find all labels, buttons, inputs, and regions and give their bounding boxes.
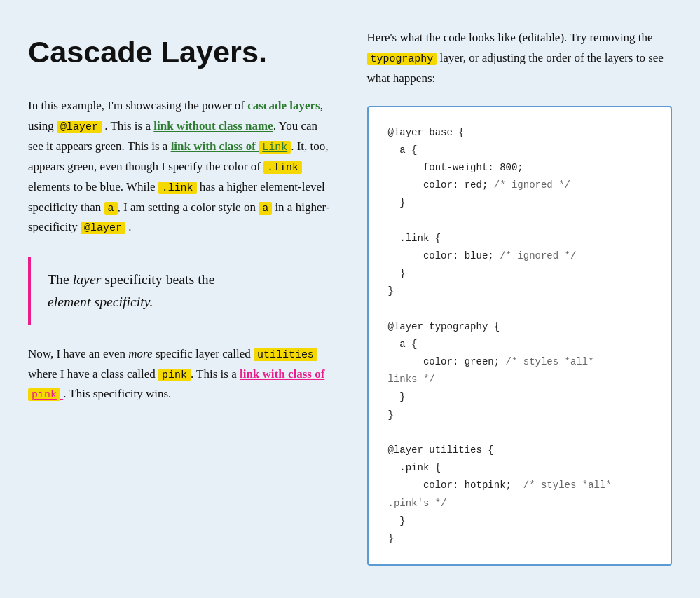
at-layer-badge-1: @layer xyxy=(57,121,102,133)
more-em: more xyxy=(128,347,152,360)
a-badge-1: a xyxy=(104,202,118,215)
code-editor[interactable]: @layer base { a { font-weight: 800; colo… xyxy=(367,106,673,566)
at-layer-badge-2: @layer xyxy=(81,222,125,234)
blockquote-em1: layer xyxy=(73,271,102,287)
page-layout: Cascade Layers. In this example, I'm sho… xyxy=(28,28,672,566)
typography-badge: typography xyxy=(367,53,437,65)
dot-link-badge-2: .link xyxy=(158,182,197,194)
blockquote-em2: element specificity. xyxy=(48,294,153,309)
page-title: Cascade Layers. xyxy=(28,28,334,76)
code-line-layer-base: @layer base { a { font-weight: 800; colo… xyxy=(388,127,612,544)
right-intro-text: Here's what the code looks like (editabl… xyxy=(367,28,673,89)
pink-badge: pink xyxy=(158,369,191,381)
right-column: Here's what the code looks like (editabl… xyxy=(367,28,673,566)
bottom-paragraph: Now, I have an even more specific layer … xyxy=(28,344,334,405)
blockquote-text: The layer specificity beats the element … xyxy=(48,269,317,313)
link-without-class[interactable]: link without class name xyxy=(153,119,273,132)
pink-link-badge: pink xyxy=(28,388,60,401)
link-badge: Link xyxy=(259,141,291,154)
left-column: Cascade Layers. In this example, I'm sho… xyxy=(28,28,334,566)
link-with-class[interactable]: link with class of Link xyxy=(171,140,291,153)
cascade-layers-link[interactable]: cascade layers xyxy=(247,99,320,112)
intro-text-1: In this example, I'm showcasing the powe… xyxy=(28,99,245,112)
a-badge-2: a xyxy=(259,202,272,215)
dot-link-badge-1: .link xyxy=(263,161,302,174)
blockquote: The layer specificity beats the element … xyxy=(28,257,334,324)
utilities-badge: utilities xyxy=(254,348,317,361)
intro-paragraph: In this example, I'm showcasing the powe… xyxy=(28,96,334,238)
